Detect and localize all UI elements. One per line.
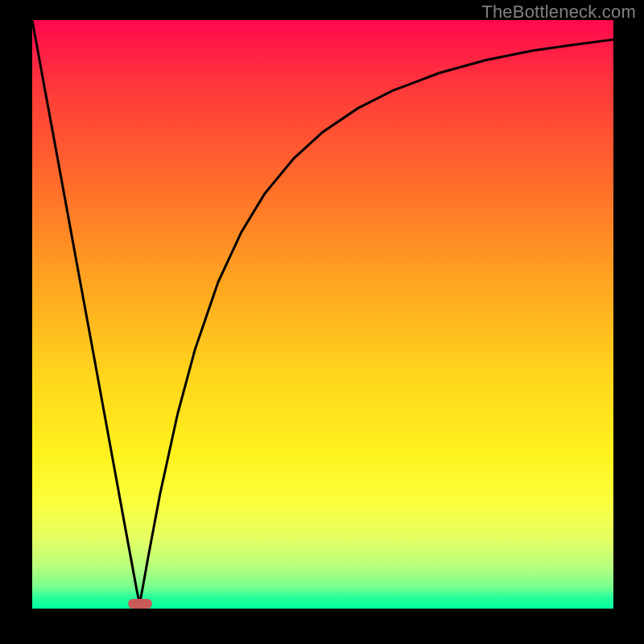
bottleneck-curve — [32, 20, 613, 609]
optimal-marker — [128, 599, 152, 609]
left-branch — [32, 20, 140, 604]
watermark-text: TheBottleneck.com — [481, 2, 636, 23]
right-branch — [140, 39, 613, 604]
